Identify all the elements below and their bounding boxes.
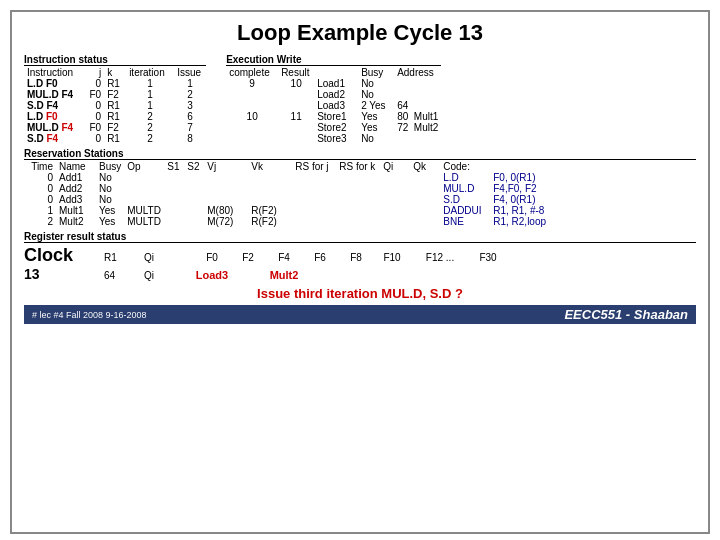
rs-col-qk2: Qk (410, 161, 440, 172)
instruction-status: Instruction status Instruction j k itera… (24, 54, 206, 144)
inst-j: 0 (76, 100, 104, 111)
inst-iter: 1 (126, 78, 174, 89)
rs-op-3: MULTD (124, 205, 164, 216)
reg-header-3: F6 (302, 252, 338, 263)
inst-iter: 2 (126, 111, 174, 122)
inst-iter: 1 (126, 89, 174, 100)
rs-busy-1: No (96, 183, 124, 194)
rs-code-3: DADDUI (440, 205, 490, 216)
rs-op-0 (124, 172, 164, 183)
col-issue: Issue (174, 67, 206, 78)
exec-result-2 (278, 100, 314, 111)
rs-time-4: 2 (24, 216, 56, 227)
rs-qi2-2 (380, 194, 410, 205)
exec-busy-5: No (358, 133, 394, 144)
col-k: k (104, 67, 126, 78)
exec-complete-2 (226, 100, 278, 111)
res-stations-label: Reservation Stations (24, 148, 696, 160)
inst-issue: 6 (174, 111, 206, 122)
rs-qk-1 (336, 183, 380, 194)
rs-col-qj: RS for j (292, 161, 336, 172)
reg-val-0: Load3 (194, 269, 230, 281)
inst-name: S.D F4 (24, 100, 76, 111)
inst-name: L.D F0 (24, 111, 76, 122)
rs-qk-2 (336, 194, 380, 205)
exec-result-0: 10 (278, 78, 314, 89)
rs-codeval-4: R1, R2,loop (490, 216, 549, 227)
exec-dest-3: Store1 (314, 111, 358, 122)
exec-col-dest (314, 67, 358, 78)
rs-code-0: L.D (440, 172, 490, 183)
reg-val-5 (374, 269, 410, 281)
exec-col-result: Result (278, 67, 314, 78)
register-result-status: Register result status Clock R1 Qi F0F2F… (24, 231, 696, 282)
res-stations-table: Time Name Busy Op S1 S2 Vj Vk RS for j R… (24, 161, 549, 227)
rs-name-1: Add2 (56, 183, 96, 194)
inst-name: S.D F4 (24, 133, 76, 144)
rs-busy-4: Yes (96, 216, 124, 227)
exec-addr-4: 72 Mult2 (394, 122, 441, 133)
inst-k: R1 (104, 78, 126, 89)
issue-line: Issue third iteration MUL.D, S.D ? (24, 286, 696, 301)
col-j: j (76, 67, 104, 78)
exec-dest-4: Store2 (314, 122, 358, 133)
inst-j: 0 (76, 111, 104, 122)
clock-label-container: Clock (24, 245, 104, 266)
clock-row: Clock R1 Qi F0F2F4F6F8F10F12 ...F30 (24, 245, 696, 266)
inst-issue: 1 (174, 78, 206, 89)
exec-dest-1: Load2 (314, 89, 358, 100)
exec-dest-0: Load1 (314, 78, 358, 89)
execution-label: Execution Write (226, 54, 441, 66)
register-headers: F0F2F4F6F8F10F12 ...F30 (194, 252, 506, 263)
rs-busy-2: No (96, 194, 124, 205)
inst-name: L.D F0 (24, 78, 76, 89)
rs-code-1: MUL.D (440, 183, 490, 194)
rs-qi2-1 (380, 183, 410, 194)
rs-col-qi: Qi (380, 161, 410, 172)
reg-val-3 (302, 269, 338, 281)
clock-label: Clock (24, 245, 73, 265)
exec-addr-1 (394, 89, 441, 100)
rs-s1-0 (164, 172, 184, 183)
reg-header-4: F8 (338, 252, 374, 263)
rs-qj-2 (292, 194, 336, 205)
rs-vk-2 (248, 194, 292, 205)
exec-complete-0: 9 (226, 78, 278, 89)
rs-qk2-3 (410, 205, 440, 216)
exec-result-4 (278, 122, 314, 133)
rs-qk-3 (336, 205, 380, 216)
inst-j: F0 (76, 122, 104, 133)
reg-val-6 (410, 269, 470, 281)
inst-k: R1 (104, 133, 126, 144)
rs-col-s1: S1 (164, 161, 184, 172)
rs-qj-1 (292, 183, 336, 194)
rs-s1-2 (164, 194, 184, 205)
rs-s2-2 (184, 194, 204, 205)
exec-dest-2: Load3 (314, 100, 358, 111)
inst-issue: 3 (174, 100, 206, 111)
rs-code-2: S.D (440, 194, 490, 205)
exec-complete-4 (226, 122, 278, 133)
clock-value-container: 13 (24, 266, 104, 282)
rs-name-3: Mult1 (56, 205, 96, 216)
rs-col-s2: S2 (184, 161, 204, 172)
rs-vj-0 (204, 172, 248, 183)
inst-k: F2 (104, 122, 126, 133)
inst-issue: 2 (174, 89, 206, 100)
rs-col-busy: Busy (96, 161, 124, 172)
exec-complete-5 (226, 133, 278, 144)
exec-busy-3: Yes (358, 111, 394, 122)
rs-s1-3 (164, 205, 184, 216)
inst-j: 0 (76, 133, 104, 144)
inst-name: MUL.D F4 (24, 89, 76, 100)
col-instruction: Instruction (24, 67, 76, 78)
reg-header-5: F10 (374, 252, 410, 263)
bottom-bar: # lec #4 Fall 2008 9-16-2008 EECC551 - S… (24, 305, 696, 324)
rs-vk-3: R(F2) (248, 205, 292, 216)
col-iter: iteration (126, 67, 174, 78)
clock-value: 13 (24, 266, 40, 282)
rs-s2-0 (184, 172, 204, 183)
rs-op-1 (124, 183, 164, 194)
instruction-status-label: Instruction status (24, 54, 206, 66)
exec-busy-2: 2 Yes (358, 100, 394, 111)
